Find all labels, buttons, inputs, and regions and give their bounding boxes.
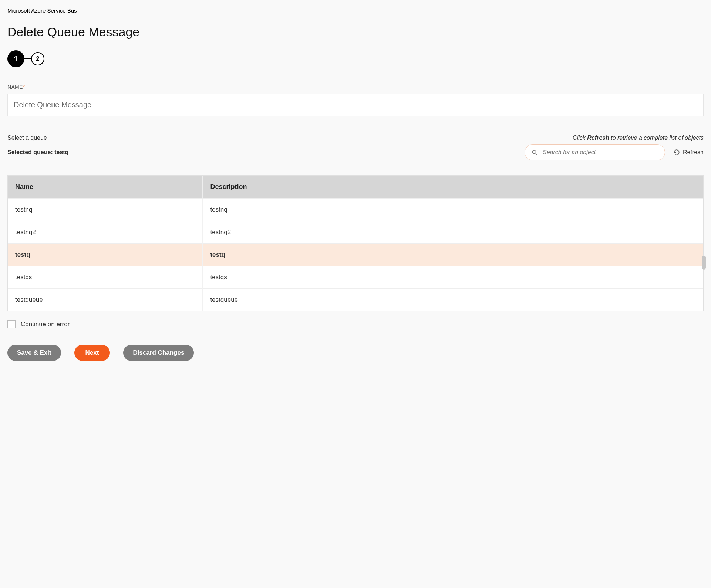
svg-line-1 [536,153,537,155]
search-icon [531,149,538,156]
stepper-connector [24,58,31,59]
cell-description: testq [202,244,703,266]
column-description[interactable]: Description [202,176,703,199]
queue-table: Name Description testnqtestnqtestnq2test… [7,175,704,311]
save-exit-button[interactable]: Save & Exit [7,345,61,361]
svg-point-0 [532,150,536,154]
cell-name: testnq2 [8,221,202,244]
refresh-hint: Click Refresh to retrieve a complete lis… [7,135,704,141]
cell-name: testqueue [8,289,202,311]
discard-changes-button[interactable]: Discard Changes [123,345,194,361]
continue-on-error-label: Continue on error [21,321,70,328]
step-2[interactable]: 2 [31,52,44,65]
cell-description: testnq2 [202,221,703,244]
scrollbar-thumb[interactable] [702,256,706,270]
refresh-icon [673,149,680,156]
stepper: 1 2 [7,50,704,67]
column-name[interactable]: Name [8,176,202,199]
table-row[interactable]: testnqtestnq [8,199,703,221]
table-row[interactable]: testqtestq [8,244,703,266]
continue-on-error-checkbox[interactable] [7,320,16,328]
breadcrumb[interactable]: Microsoft Azure Service Bus [7,7,77,14]
refresh-button[interactable]: Refresh [673,149,704,156]
table-row[interactable]: testqstestqs [8,266,703,289]
next-button[interactable]: Next [74,345,110,361]
table-row[interactable]: testnq2testnq2 [8,221,703,244]
name-label: NAME* [7,84,704,90]
search-input[interactable] [525,144,665,160]
name-input[interactable] [7,94,704,116]
cell-description: testnq [202,199,703,221]
step-1[interactable]: 1 [7,50,24,67]
cell-description: testqueue [202,289,703,311]
required-asterisk: * [23,84,25,90]
table-row[interactable]: testqueuetestqueue [8,289,703,311]
cell-description: testqs [202,266,703,289]
cell-name: testq [8,244,202,266]
cell-name: testqs [8,266,202,289]
page-title: Delete Queue Message [7,25,704,39]
cell-name: testnq [8,199,202,221]
selected-queue-label: Selected queue: testq [7,149,68,156]
refresh-label: Refresh [683,149,704,156]
